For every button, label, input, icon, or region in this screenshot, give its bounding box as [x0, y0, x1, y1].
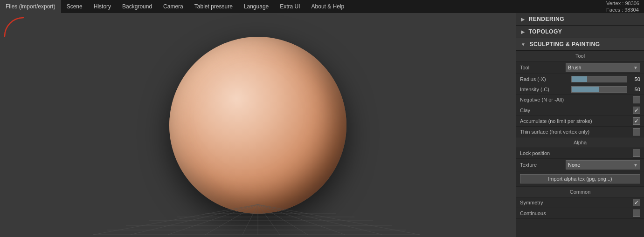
menu-language[interactable]: Language: [238, 0, 274, 13]
accumulate-checkbox[interactable]: ✓: [633, 117, 640, 125]
intensity-label: Intensity (-C): [520, 87, 571, 92]
main-area: ▶ RENDERING ▶ TOPOLOGY ▼ SCULPTING & PAI…: [0, 13, 644, 237]
accumulate-control: ✓: [633, 117, 640, 125]
continuous-row: Continuous: [516, 208, 644, 219]
symmetry-row: Symmetry ✓: [516, 197, 644, 208]
menu-scene[interactable]: Scene: [61, 0, 88, 13]
topology-label: TOPOLOGY: [529, 28, 562, 35]
accumulate-label: Accumulate (no limit per stroke): [520, 118, 633, 124]
negative-checkbox[interactable]: [633, 96, 640, 103]
menu-tablet[interactable]: Tablet pressure: [189, 0, 238, 13]
rendering-label: RENDERING: [529, 16, 565, 22]
sphere-container: [169, 37, 346, 214]
tool-control: Brush ▼: [566, 63, 640, 72]
texture-label: Texture: [520, 162, 566, 168]
texture-control: None ▼: [566, 160, 640, 169]
radius-control: 50: [571, 76, 640, 82]
texture-value: None: [568, 162, 580, 168]
stats-display: Vertex : 98306 Faces : 98304: [606, 0, 639, 13]
lock-position-control: [633, 149, 640, 157]
intensity-fill: [572, 87, 599, 92]
rendering-section-header[interactable]: ▶ RENDERING: [516, 13, 644, 26]
alpha-section-label: Alpha: [574, 140, 587, 145]
tool-row: Tool Brush ▼: [516, 61, 644, 74]
grid-floor: [0, 200, 516, 237]
accumulate-row: Accumulate (no limit per stroke) ✓: [516, 116, 644, 127]
symmetry-control: ✓: [633, 199, 640, 206]
common-section-title: Common: [516, 187, 644, 197]
tool-dropdown[interactable]: Brush ▼: [566, 63, 640, 72]
clay-checkbox[interactable]: ✓: [633, 107, 640, 114]
topology-arrow: ▶: [521, 29, 525, 34]
alpha-section-title: Alpha: [516, 137, 644, 148]
texture-dropdown-arrow: ▼: [633, 163, 638, 168]
menu-bar: Files (import/export) Scene History Back…: [0, 0, 644, 13]
intensity-control: 50: [571, 86, 640, 93]
tool-section-title: Tool: [516, 51, 644, 61]
intensity-value: 50: [631, 87, 640, 92]
radius-fill: [572, 76, 587, 82]
radius-slider[interactable]: [571, 76, 627, 82]
sculpting-label: SCULPTING & PAINTING: [529, 41, 600, 47]
import-alpha-row: Import alpha tex (jpg, png...): [516, 171, 644, 187]
thin-surface-checkbox[interactable]: [633, 128, 640, 135]
menu-camera[interactable]: Camera: [158, 0, 189, 13]
negative-label: Negative (N or -Alt): [520, 97, 633, 102]
radius-row: Radius (-X) 50: [516, 74, 644, 84]
common-section-label: Common: [570, 189, 591, 195]
menu-background[interactable]: Background: [117, 0, 158, 13]
faces-count: Faces : 98304: [606, 7, 639, 13]
lock-position-checkbox[interactable]: [633, 149, 640, 157]
texture-row: Texture None ▼: [516, 159, 644, 171]
rendering-arrow: ▶: [521, 17, 525, 22]
thin-surface-control: [633, 128, 640, 135]
radius-label: Radius (-X): [520, 76, 571, 82]
tool-dropdown-arrow: ▼: [633, 65, 638, 70]
right-panel: ▶ RENDERING ▶ TOPOLOGY ▼ SCULPTING & PAI…: [516, 13, 644, 237]
intensity-row: Intensity (-C) 50: [516, 84, 644, 95]
negative-row: Negative (N or -Alt): [516, 95, 644, 105]
thin-surface-label: Thin surface (front vertex only): [520, 129, 633, 135]
continuous-control: [633, 210, 640, 217]
continuous-checkbox[interactable]: [633, 210, 640, 217]
radius-value: 50: [631, 76, 640, 82]
clay-row: Clay ✓: [516, 105, 644, 116]
negative-control: [633, 96, 640, 103]
viewport[interactable]: [0, 13, 516, 237]
sculpting-arrow: ▼: [521, 42, 526, 47]
menu-history[interactable]: History: [88, 0, 117, 13]
clay-control: ✓: [633, 107, 640, 114]
menu-files[interactable]: Files (import/export): [0, 0, 61, 13]
menu-about[interactable]: About & Help: [306, 0, 350, 13]
symmetry-checkbox[interactable]: ✓: [633, 199, 640, 206]
tool-section-label: Tool: [575, 53, 585, 59]
sculpt-sphere: [169, 37, 346, 214]
lock-position-row: Lock position: [516, 148, 644, 159]
vertex-count: Vertex : 98306: [606, 0, 639, 7]
sculpting-section-header[interactable]: ▼ SCULPTING & PAINTING: [516, 38, 644, 51]
topology-section-header[interactable]: ▶ TOPOLOGY: [516, 26, 644, 38]
thin-surface-row: Thin surface (front vertex only): [516, 127, 644, 137]
menu-extraui[interactable]: Extra UI: [274, 0, 305, 13]
tool-label: Tool: [520, 65, 566, 70]
texture-dropdown[interactable]: None ▼: [566, 160, 640, 169]
tool-value: Brush: [568, 65, 582, 70]
clay-label: Clay: [520, 108, 633, 113]
arc-decoration: [2, 15, 26, 39]
continuous-label: Continuous: [520, 210, 633, 216]
import-alpha-button[interactable]: Import alpha tex (jpg, png...): [520, 174, 640, 183]
intensity-slider[interactable]: [571, 86, 627, 93]
lock-position-label: Lock position: [520, 150, 633, 156]
symmetry-label: Symmetry: [520, 200, 633, 205]
